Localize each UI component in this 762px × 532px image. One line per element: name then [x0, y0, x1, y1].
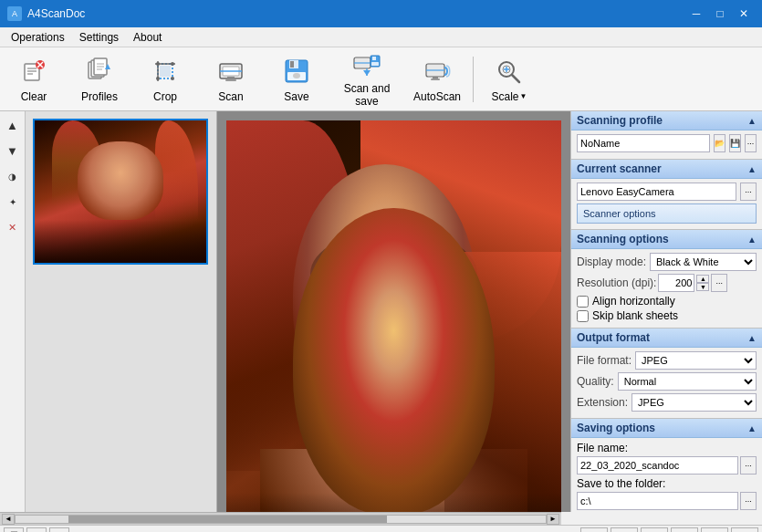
current-scanner-header: Current scanner ▲ [571, 160, 762, 179]
center-canvas[interactable] [217, 111, 570, 512]
scroll-track[interactable] [15, 515, 547, 524]
svg-rect-34 [372, 57, 376, 60]
profiles-button[interactable]: Profiles [68, 51, 131, 108]
rotate-button[interactable]: ◑ [3, 166, 23, 186]
svg-point-17 [156, 62, 160, 66]
view-rotate-cw[interactable]: ↻ [701, 527, 728, 533]
minimize-button[interactable]: ─ [685, 5, 707, 23]
align-horizontally-checkbox[interactable] [577, 296, 589, 308]
view-fit-button[interactable]: □ [580, 527, 608, 533]
crop-button[interactable]: Crop [133, 51, 197, 108]
resolution-more-button[interactable]: ··· [711, 274, 727, 292]
profile-row: 📂 💾 ··· [577, 134, 757, 152]
profile-load-button[interactable]: 📂 [714, 134, 725, 152]
scanning-profile-title: Scanning profile [577, 114, 663, 127]
resolution-input[interactable] [658, 274, 694, 292]
resolution-up-button[interactable]: ▲ [696, 275, 709, 283]
folder-browse-button[interactable]: ··· [740, 492, 757, 510]
menu-about[interactable]: About [126, 29, 169, 46]
view-100-button[interactable]: □ [671, 527, 698, 533]
bottom-left-controls: ☑ □ ⊞ [4, 527, 69, 533]
quality-row: Quality: Normal Low High [577, 372, 757, 391]
left-panel: ▲ ▼ ◑ ✦ ✕ [0, 111, 26, 512]
view-single-button[interactable]: □ [26, 527, 47, 533]
display-mode-select[interactable]: Black & White Grayscale Color [650, 253, 757, 271]
app-title: A4ScanDoc [27, 7, 85, 20]
autoscan-button[interactable]: AutoScan [405, 51, 469, 108]
brightness-button[interactable]: ✦ [3, 192, 23, 212]
extension-label: Extension: [577, 396, 628, 409]
scan-and-save-icon [350, 50, 383, 79]
current-scanner-content: ··· Scanner options [571, 179, 762, 229]
delete-button[interactable]: ✕ [3, 217, 23, 237]
extension-row: Extension: JPEG JPG [577, 393, 757, 412]
clear-button[interactable]: Clear [2, 51, 66, 108]
scanning-profile-header: Scanning profile ▲ [571, 111, 762, 130]
profiles-label: Profiles [81, 90, 118, 103]
scan-and-save-button[interactable]: Scan and save [330, 51, 403, 108]
skip-blank-sheets-label: Skip blank sheets [592, 309, 678, 322]
profile-name-input[interactable] [577, 134, 710, 152]
resolution-down-button[interactable]: ▼ [696, 283, 709, 291]
scanning-options-section: Scanning options ▲ Display mode: Black &… [571, 230, 762, 329]
thumbnail-1[interactable] [33, 119, 208, 265]
svg-point-18 [171, 62, 174, 66]
quality-label: Quality: [577, 375, 614, 388]
scroll-thumb [68, 516, 387, 523]
filename-more-button[interactable]: ··· [740, 456, 757, 475]
app-icon: A [7, 6, 22, 21]
filename-input[interactable] [577, 456, 738, 475]
scanner-name-input[interactable] [577, 183, 736, 201]
maximize-button[interactable]: □ [709, 5, 731, 23]
view-rotate-ccw[interactable]: ↺ [731, 527, 758, 533]
skip-blank-sheets-checkbox[interactable] [577, 310, 589, 322]
output-format-content: File format: JPEG PNG PDF TIFF Quality: … [571, 348, 762, 418]
scale-dropdown-icon: ▼ [520, 92, 527, 100]
scan-button[interactable]: Scan [199, 51, 263, 108]
view-zoom-button[interactable]: □ [641, 527, 668, 533]
scanner-row: ··· [577, 183, 757, 201]
scanning-profile-expand: ▲ [747, 116, 757, 126]
clear-icon [17, 56, 50, 88]
menu-operations[interactable]: Operations [4, 29, 72, 46]
scale-icon [493, 56, 526, 89]
svg-line-43 [512, 75, 519, 82]
scroll-left-button[interactable]: ◄ [2, 514, 15, 525]
saving-options-section: Saving options ▲ File name: ··· Save to … [571, 419, 762, 512]
scanning-options-expand: ▲ [747, 235, 757, 245]
nav-down-button[interactable]: ▼ [3, 141, 23, 161]
current-scanner-expand: ▲ [747, 164, 757, 174]
svg-rect-14 [160, 66, 171, 77]
profile-more-button[interactable]: ··· [745, 134, 757, 152]
output-format-section: Output format ▲ File format: JPEG PNG PD… [571, 329, 762, 419]
extension-select[interactable]: JPEG JPG [632, 393, 757, 412]
scanner-more-button[interactable]: ··· [740, 183, 757, 201]
bottom-bar: ☑ □ ⊞ □ □ □ □ ↻ ↺ [0, 525, 762, 532]
main-image [226, 120, 561, 512]
scan-canvas [226, 120, 561, 512]
view-check-button[interactable]: ☑ [4, 527, 24, 533]
display-mode-row: Display mode: Black & White Grayscale Co… [577, 253, 757, 271]
folder-input[interactable] [577, 492, 738, 510]
profile-save-button[interactable]: 💾 [729, 134, 741, 152]
scanner-options-button[interactable]: Scanner options [577, 203, 757, 224]
close-button[interactable]: ✕ [733, 5, 755, 23]
horizontal-scrollbar: ◄ ► [0, 512, 561, 525]
scanning-options-header: Scanning options ▲ [571, 230, 762, 249]
view-page-button[interactable]: □ [611, 527, 638, 533]
svg-rect-25 [225, 79, 236, 81]
scale-button[interactable]: Scale ▼ [477, 51, 541, 108]
save-button[interactable]: Save [265, 51, 329, 108]
quality-select[interactable]: Normal Low High [618, 372, 757, 391]
resolution-label: Resolution (dpi): [577, 276, 656, 289]
output-format-header: Output format ▲ [571, 329, 762, 348]
crop-label: Crop [153, 90, 177, 103]
scroll-right-button[interactable]: ► [547, 514, 559, 525]
file-format-select[interactable]: JPEG PNG PDF TIFF [635, 351, 757, 370]
nav-up-button[interactable]: ▲ [3, 115, 23, 135]
menu-settings[interactable]: Settings [72, 29, 126, 46]
file-format-row: File format: JPEG PNG PDF TIFF [577, 351, 757, 370]
scanning-options-content: Display mode: Black & White Grayscale Co… [571, 249, 762, 328]
view-grid-button[interactable]: ⊞ [49, 527, 69, 533]
title-bar: A A4ScanDoc ─ □ ✕ [0, 0, 762, 27]
